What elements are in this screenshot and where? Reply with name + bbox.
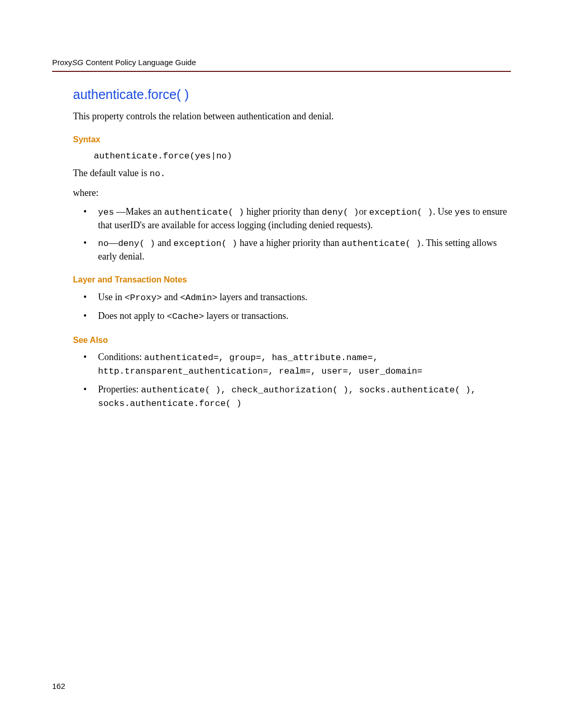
header-sg: SG (72, 58, 83, 67)
syntax-item-yes: yes —Makes an authenticate( ) higher pri… (83, 205, 511, 231)
default-pre: The default value is (73, 168, 150, 178)
seealso-list: Conditions: authenticated=, group=, has_… (83, 351, 511, 410)
content-area: authenticate.force( ) This property cont… (73, 86, 511, 410)
syntax-heading: Syntax (73, 134, 511, 145)
default-value-line: The default value is no. (73, 167, 511, 180)
header-proxy: Proxy (52, 58, 72, 67)
seealso-heading: See Also (73, 335, 511, 346)
seealso-properties: Properties: authenticate( ), check_autho… (83, 383, 511, 410)
syntax-item-no: no—deny( ) and exception( ) have a highe… (83, 237, 511, 263)
syntax-list: yes —Makes an authenticate( ) higher pri… (83, 205, 511, 263)
layer-item-2: Does not apply to <Cache> layers or tran… (83, 310, 511, 323)
where-line: where: (73, 187, 511, 199)
layer-heading: Layer and Transaction Notes (73, 274, 511, 286)
page-title: authenticate.force( ) (73, 86, 511, 104)
intro-paragraph: This property controls the relation betw… (73, 110, 511, 122)
seealso-conditions: Conditions: authenticated=, group=, has_… (83, 351, 511, 378)
running-header: ProxySG Content Policy Language Guide (52, 57, 511, 72)
default-code: no. (150, 169, 166, 179)
syntax-code: authenticate.force(yes|no) (94, 151, 511, 163)
header-rest: Content Policy Language Guide (83, 58, 196, 67)
page-number: 162 (52, 681, 65, 692)
layer-list: Use in <Proxy> and <Admin> layers and tr… (83, 291, 511, 323)
layer-item-1: Use in <Proxy> and <Admin> layers and tr… (83, 291, 511, 304)
page: ProxySG Content Policy Language Guide au… (0, 0, 563, 728)
